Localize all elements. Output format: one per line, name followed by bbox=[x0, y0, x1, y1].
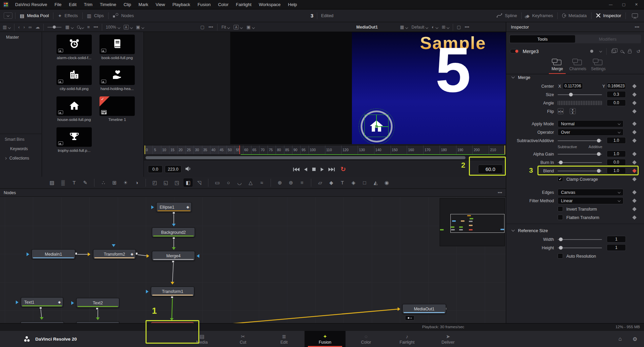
slider-thumb[interactable] bbox=[559, 161, 563, 164]
menu-trim[interactable]: Trim bbox=[80, 0, 96, 9]
keyframe-diamond-icon[interactable] bbox=[632, 152, 637, 156]
media-clip[interactable]: hand-holding-hea... bbox=[97, 66, 137, 91]
page-cut[interactable]: ✂Cut bbox=[223, 331, 264, 347]
subtab-merge[interactable]: Merge bbox=[549, 57, 566, 74]
tab-modifiers[interactable]: Modifiers bbox=[575, 35, 640, 43]
param-dropdown[interactable]: Normal bbox=[558, 120, 623, 127]
menu-color[interactable]: Color bbox=[214, 0, 232, 9]
node-mediain1[interactable]: MediaIn1 bbox=[32, 249, 75, 259]
keyframe-diamond-icon[interactable] bbox=[632, 130, 637, 134]
clip-thumbnail[interactable] bbox=[56, 35, 92, 54]
page-fairlight[interactable]: ♪Fairlight bbox=[387, 331, 428, 347]
spline-warp-tool-button[interactable]: ≈ bbox=[257, 178, 266, 187]
brightness-contrast-tool-button[interactable]: ☀ bbox=[121, 178, 130, 187]
particles-tool-button[interactable]: ∴ bbox=[99, 178, 108, 187]
relink-icon[interactable]: ∞ bbox=[29, 25, 32, 29]
keyframe-diamond-icon[interactable] bbox=[632, 122, 637, 126]
slider-thumb[interactable] bbox=[569, 93, 573, 96]
merge-tool-button[interactable]: ◧ bbox=[184, 178, 193, 187]
node-transform2[interactable]: Transform2◈ bbox=[93, 249, 136, 259]
time-ruler[interactable]: 0510152025303540455055606570758085909510… bbox=[145, 145, 505, 154]
param-value-field[interactable]: 0.0 bbox=[607, 99, 626, 106]
resize-tool-button[interactable]: ◹ bbox=[195, 178, 204, 187]
page-color[interactable]: ◌Color bbox=[346, 331, 387, 347]
skip-end-button[interactable] bbox=[328, 167, 335, 172]
menu-workspace[interactable]: Workspace bbox=[255, 0, 284, 9]
text-3d-tool-button[interactable]: T bbox=[338, 178, 347, 187]
node-merge4[interactable]: Merge4 bbox=[152, 251, 195, 261]
menu-file[interactable]: File bbox=[51, 0, 65, 9]
media-clip[interactable]: city-solid-full.png bbox=[54, 66, 94, 91]
fast-noise-tool-button[interactable]: ▒ bbox=[58, 178, 68, 187]
clip-thumbnail[interactable] bbox=[56, 66, 92, 85]
menu-timeline[interactable]: Timeline bbox=[96, 0, 120, 9]
param-checkbox[interactable] bbox=[558, 215, 563, 220]
keyframes-button[interactable]: ◆Keyframes bbox=[522, 9, 557, 22]
inspector-button[interactable]: Inspector bbox=[592, 9, 626, 22]
audio-mute-button[interactable] bbox=[186, 166, 193, 173]
pin-icon[interactable] bbox=[620, 50, 623, 53]
keyframe-diamond-icon[interactable] bbox=[632, 84, 637, 88]
color-curves-tool-button[interactable]: ⊞ bbox=[110, 178, 119, 187]
bin-view-button[interactable]: ▥ bbox=[3, 25, 10, 29]
tab-tools[interactable]: Tools bbox=[510, 35, 575, 43]
annotation-dropdown[interactable]: A bbox=[234, 25, 242, 30]
menu-fairlight[interactable]: Fairlight bbox=[232, 0, 255, 9]
node-text1[interactable]: Text1◈ bbox=[21, 297, 63, 307]
rectangle-mask-tool-button[interactable]: ▭ bbox=[213, 178, 222, 187]
flip-horizontal-button[interactable]: ▸|◂ bbox=[558, 108, 564, 114]
search-button[interactable] bbox=[77, 25, 84, 30]
media-clip[interactable]: ✓Timeline 1 bbox=[97, 96, 137, 122]
param-slider[interactable] bbox=[558, 248, 602, 248]
panel-dropdown-button[interactable] bbox=[4, 12, 12, 19]
loop-button[interactable]: ↻ bbox=[339, 166, 346, 173]
keyframe-diamond-icon[interactable] bbox=[632, 160, 637, 165]
ellipse-mask-tool-button[interactable]: ○ bbox=[224, 178, 233, 187]
dve-tool-button[interactable]: ◱ bbox=[161, 178, 170, 187]
effects-button[interactable]: ✦Effects bbox=[53, 9, 82, 22]
param-value-field[interactable]: 1.0 bbox=[607, 150, 626, 157]
node-graph-minimap[interactable] bbox=[440, 198, 505, 246]
transform-tool-button[interactable]: ◰ bbox=[150, 178, 159, 187]
bspline-mask-tool-button[interactable]: ◡ bbox=[235, 178, 244, 187]
section-header-reference-size[interactable]: Reference Size bbox=[506, 226, 644, 235]
viewer-assign-badge[interactable] bbox=[405, 315, 414, 320]
keyframe-diamond-icon[interactable] bbox=[632, 101, 637, 105]
bin-master[interactable]: Master bbox=[6, 35, 19, 40]
media-clip[interactable]: book-solid-full.png bbox=[97, 35, 137, 60]
text-plus-tool-button[interactable]: T bbox=[70, 178, 79, 187]
smart-bin-keywords[interactable]: Keywords bbox=[5, 146, 42, 151]
param-checkbox[interactable] bbox=[558, 253, 563, 259]
more-options-icon[interactable]: ••• bbox=[465, 25, 469, 29]
clip-thumbnail[interactable] bbox=[56, 96, 92, 116]
node-ellipse1[interactable]: Ellipse1◈ bbox=[156, 202, 192, 212]
menu-davinci-resolve[interactable]: DaVinci Resolve bbox=[11, 0, 51, 9]
page-deliver[interactable]: ➤Deliver bbox=[428, 331, 469, 347]
clip-thumbnail[interactable] bbox=[99, 35, 135, 54]
node-transform1[interactable]: Transform1 bbox=[151, 287, 194, 296]
media-clip[interactable]: alarm-clock-solid-f... bbox=[54, 35, 94, 60]
param-slider[interactable] bbox=[558, 162, 602, 163]
project-manager-icon[interactable]: ⌂ bbox=[618, 336, 622, 342]
slider-thumb[interactable] bbox=[597, 152, 601, 156]
menu-view[interactable]: View bbox=[152, 0, 169, 9]
page-fusion[interactable]: ✦Fusion bbox=[305, 331, 346, 347]
nodes-button[interactable]: Nodes bbox=[109, 9, 138, 22]
polygon-mask-tool-button[interactable]: △ bbox=[246, 178, 255, 187]
section-header-merge[interactable]: Merge bbox=[506, 73, 644, 82]
image-plane-3d-tool-button[interactable]: ▱ bbox=[316, 178, 325, 187]
transform-widget[interactable] bbox=[361, 111, 393, 142]
keyframe-diamond-icon[interactable] bbox=[632, 177, 637, 181]
play-button[interactable] bbox=[320, 167, 324, 172]
thumbnail-size-slider[interactable] bbox=[47, 27, 62, 28]
param-slider[interactable] bbox=[558, 239, 602, 240]
param-value-field[interactable]: 1 bbox=[607, 236, 626, 243]
clip-thumbnail[interactable] bbox=[99, 66, 135, 85]
close-button[interactable]: ✕ bbox=[635, 2, 638, 7]
node-mediaout1[interactable]: MediaOut1 bbox=[402, 304, 446, 314]
menu-playback[interactable]: Playback bbox=[169, 0, 194, 9]
frame-box-button[interactable]: ▢ bbox=[200, 25, 204, 29]
spotlight-3d-tool-button[interactable]: ◭ bbox=[371, 178, 380, 187]
param-dropdown[interactable]: Over bbox=[558, 129, 623, 136]
versions-icon[interactable] bbox=[611, 50, 616, 53]
